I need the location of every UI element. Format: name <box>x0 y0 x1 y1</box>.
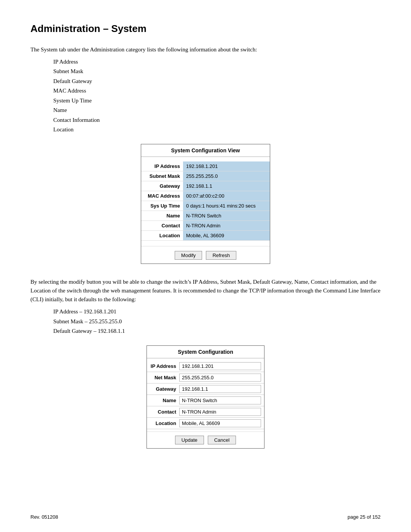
edit-ip-label: IP Address <box>147 362 179 370</box>
table-row: Name <box>147 395 264 406</box>
name-value: N-TRON Switch <box>183 211 270 220</box>
subnet-mask-value: 255.255.255.0 <box>183 171 270 181</box>
config-view-title: System Configuration View <box>141 144 270 157</box>
table-row: Sys Up Time 0 days:1 hours:41 mins:20 se… <box>141 201 270 211</box>
mac-address-label: MAC Address <box>141 191 183 201</box>
edit-location-input[interactable] <box>179 419 261 427</box>
list-item: MAC Address <box>53 86 381 96</box>
gateway-value: 192.168.1.1 <box>183 181 270 191</box>
body-paragraph: By selecting the modify button you will … <box>30 278 381 304</box>
contact-value: N-TRON Admin <box>183 221 270 230</box>
table-row: IP Address <box>147 361 264 372</box>
list-item: IP Address <box>53 57 381 67</box>
config-edit-title: System Configuration <box>147 346 264 358</box>
cancel-button[interactable]: Cancel <box>208 436 236 444</box>
list-item: IP Address – 192.168.1.201 <box>53 307 381 317</box>
list-item: Default Gateway <box>53 77 381 86</box>
table-row: MAC Address 00:07:af:00:c2:00 <box>141 191 270 201</box>
contact-label: Contact <box>141 221 183 230</box>
table-row: Name N-TRON Switch <box>141 211 270 221</box>
table-row: Gateway 192.168.1.1 <box>141 181 270 191</box>
system-config-edit-box: System Configuration IP Address Net Mask… <box>147 345 264 449</box>
table-row: Gateway <box>147 383 264 395</box>
ip-address-value: 192.168.1.201 <box>183 161 270 171</box>
footer-page: page 25 of 152 <box>347 514 381 520</box>
sysuptime-value: 0 days:1 hours:41 mins:20 secs <box>183 201 270 211</box>
list-item: Default Gateway – 192.168.1.1 <box>53 326 381 336</box>
list-item: Subnet Mask <box>53 67 381 77</box>
edit-gateway-input[interactable] <box>179 385 261 393</box>
system-config-edit-container: System Configuration IP Address Net Mask… <box>30 345 381 449</box>
table-row: Location <box>147 418 264 429</box>
table-row: Net Mask <box>147 372 264 383</box>
sysuptime-label: Sys Up Time <box>141 201 183 211</box>
footer-revision: Rev. 051208 <box>30 514 58 520</box>
update-button[interactable]: Update <box>175 436 204 444</box>
location-value: Mobile, AL 36609 <box>183 231 270 240</box>
list-item: Name <box>53 105 381 115</box>
gateway-label: Gateway <box>141 181 183 191</box>
list-item: Location <box>53 125 381 135</box>
edit-location-label: Location <box>147 419 179 427</box>
edit-gateway-label: Gateway <box>147 385 179 393</box>
system-config-view-box: System Configuration View IP Address 192… <box>141 144 270 264</box>
location-label: Location <box>141 231 183 240</box>
table-row: Location Mobile, AL 36609 <box>141 231 270 241</box>
edit-contact-input[interactable] <box>179 408 261 416</box>
intro-paragraph: The System tab under the Administration … <box>30 45 381 54</box>
system-config-view-container: System Configuration View IP Address 192… <box>30 144 381 264</box>
table-row: IP Address 192.168.1.201 <box>141 161 270 171</box>
config-view-buttons: Modify Refresh <box>141 246 270 264</box>
table-row: Subnet Mask 255.255.255.0 <box>141 171 270 181</box>
name-label: Name <box>141 211 183 220</box>
table-row: Contact <box>147 406 264 418</box>
edit-netmask-input[interactable] <box>179 374 261 382</box>
list-item: Subnet Mask – 255.255.255.0 <box>53 317 381 327</box>
modify-button[interactable]: Modify <box>175 251 202 260</box>
defaults-list: IP Address – 192.168.1.201 Subnet Mask –… <box>53 307 381 336</box>
config-edit-buttons: Update Cancel <box>147 431 264 448</box>
edit-contact-label: Contact <box>147 408 179 416</box>
page-title: Administration – System <box>30 23 381 35</box>
subnet-mask-label: Subnet Mask <box>141 171 183 181</box>
edit-name-input[interactable] <box>179 396 261 404</box>
edit-ip-input[interactable] <box>179 362 261 370</box>
edit-netmask-label: Net Mask <box>147 374 179 382</box>
bullet-list: IP Address Subnet Mask Default Gateway M… <box>53 57 381 135</box>
refresh-button[interactable]: Refresh <box>206 251 236 260</box>
edit-name-label: Name <box>147 396 179 404</box>
list-item: System Up Time <box>53 96 381 106</box>
ip-address-label: IP Address <box>141 161 183 171</box>
list-item: Contact Information <box>53 115 381 125</box>
mac-address-value: 00:07:af:00:c2:00 <box>183 191 270 201</box>
table-row: Contact N-TRON Admin <box>141 221 270 231</box>
